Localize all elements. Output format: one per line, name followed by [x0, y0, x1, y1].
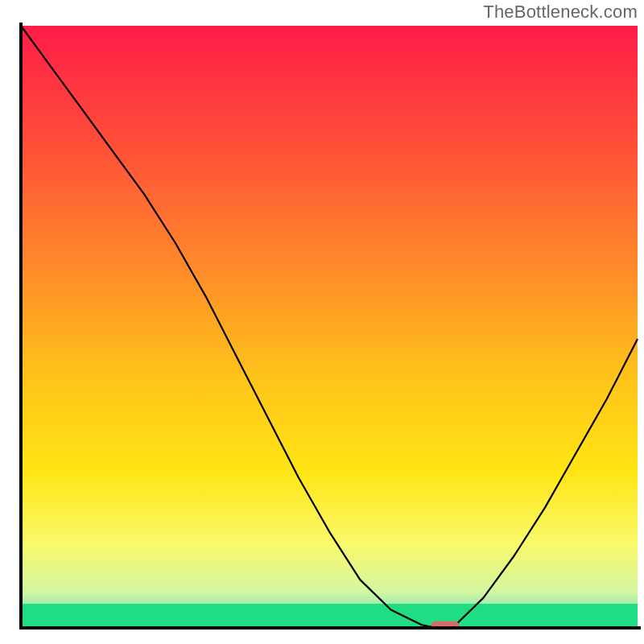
gradient-background: [21, 26, 638, 628]
bottleneck-chart: [0, 0, 644, 644]
watermark-text: TheBottleneck.com: [483, 2, 638, 23]
green-band: [21, 604, 638, 628]
chart-container: TheBottleneck.com: [0, 0, 644, 644]
